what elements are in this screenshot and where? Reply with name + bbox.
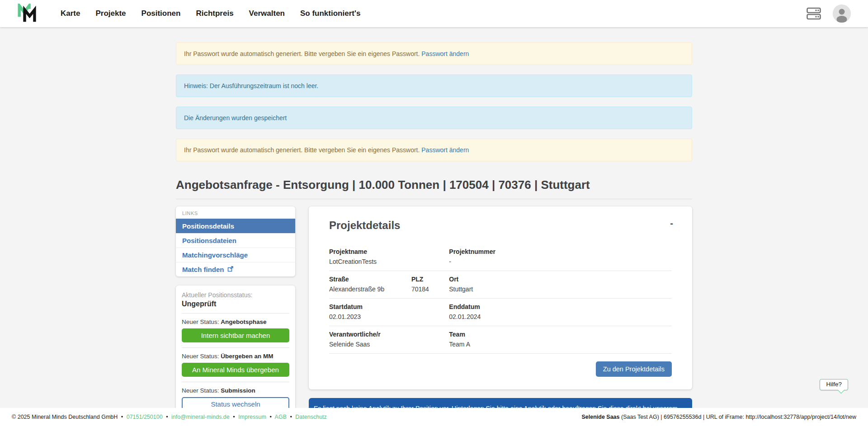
footer-link-datenschutz[interactable]: Datenschutz <box>295 414 326 420</box>
field-startdatum: Startdatum 02.01.2023 <box>329 303 449 320</box>
nav-item-richtpreis[interactable]: Richtpreis <box>196 9 233 18</box>
separator: • <box>269 414 271 420</box>
links-panel: LINKS Positionsdetails Positionsdateien … <box>176 206 295 276</box>
status-panel: Aktueller Positionsstatus: Ungeprüft Neu… <box>176 286 295 418</box>
sidebar-item-matchingvorschlaege[interactable]: Matchingvorschläge <box>176 248 295 262</box>
row-adresse: Straße Alexanderstraße 9b PLZ 70184 Ort … <box>329 271 672 299</box>
main-nav: Karte Projekte Positionen Richtpreis Ver… <box>61 9 360 18</box>
alert-password-2: Ihr Passwort wurde automatisch generiert… <box>176 139 692 161</box>
footer-link-email[interactable]: info@mineral-minds.de <box>171 414 230 420</box>
field-value: LotCreationTests <box>329 258 449 265</box>
sidebar-item-match-finden[interactable]: Match finden <box>176 262 295 276</box>
field-enddatum: Enddatum 02.01.2024 <box>449 303 672 320</box>
divider <box>182 382 289 382</box>
field-value: Stuttgart <box>449 286 672 293</box>
row-projektname: Projektname LotCreationTests Projektnumm… <box>329 243 672 271</box>
new-status-value: Submission <box>221 387 255 394</box>
separator: • <box>121 414 123 420</box>
passwort-aendern-link[interactable]: Passwort ändern <box>421 50 469 57</box>
sidebar-item-positionsdetails[interactable]: Positionsdetails <box>176 219 295 233</box>
alert-password-1: Ihr Passwort wurde automatisch generiert… <box>176 42 692 65</box>
footer-link-agb[interactable]: AGB <box>275 414 287 420</box>
field-value: Team A <box>449 341 672 348</box>
project-panel-actions: Zu den Projektdetails <box>329 354 672 381</box>
new-status-submission: Neuer Status: Submission <box>182 387 289 394</box>
links-panel-header: LINKS <box>176 206 295 219</box>
match-finden-label: Match finden <box>182 266 224 273</box>
passwort-aendern-link[interactable]: Passwort ändern <box>421 146 469 154</box>
new-status-label: Neuer Status: <box>182 318 219 325</box>
project-detail-rows: Projektname LotCreationTests Projektnumm… <box>329 243 672 354</box>
field-label: Verantwortliche/r <box>329 331 449 338</box>
left-sidebar: LINKS Positionsdetails Positionsdateien … <box>176 206 295 418</box>
project-details-panel: Projektdetails - Projektname LotCreation… <box>309 206 692 389</box>
separator: • <box>290 414 292 420</box>
field-label: Startdatum <box>329 303 449 310</box>
field-label: Ort <box>449 276 672 283</box>
field-label: PLZ <box>411 276 449 283</box>
user-avatar-icon[interactable] <box>833 5 851 23</box>
sidebar-item-positionsdateien[interactable]: Positionsdateien <box>176 233 295 248</box>
help-bubble-button[interactable]: Hilfe? <box>820 379 848 390</box>
divider <box>182 313 289 314</box>
new-status-angebotsphase: Neuer Status: Angebotsphase <box>182 318 289 325</box>
field-verantwortlicher: Verantwortliche/r Selenide Saas <box>329 331 449 348</box>
field-value: Alexanderstraße 9b <box>329 286 411 293</box>
row-datum: Startdatum 02.01.2023 Enddatum 02.01.202… <box>329 299 672 326</box>
nav-item-positionen[interactable]: Positionen <box>142 9 181 18</box>
main-content: Ihr Passwort wurde automatisch generiert… <box>176 27 692 426</box>
new-status-value: Übergeben an MM <box>221 353 273 360</box>
field-team: Team Team A <box>449 331 672 348</box>
alert-hinweis: Hinweis: Der Ausführungszeitraum ist noc… <box>176 75 692 97</box>
copyright-text: © 2025 Mineral Minds Deutschland GmbH <box>12 414 118 420</box>
separator: • <box>233 414 235 420</box>
field-ort: Ort Stuttgart <box>449 276 672 293</box>
footer-left: © 2025 Mineral Minds Deutschland GmbH • … <box>12 414 327 420</box>
footer-user-detail: (Saas Test AG) | 69576255536d | URL of i… <box>620 414 856 420</box>
current-status-label: Aktueller Positionsstatus: <box>182 291 289 299</box>
footer-user-name: Selenide Saas <box>581 414 619 420</box>
content-row: LINKS Positionsdetails Positionsdateien … <box>176 206 692 426</box>
collapse-panel-button[interactable]: - <box>670 220 673 226</box>
field-label: Team <box>449 331 672 338</box>
project-details-title: Projektdetails <box>329 219 672 232</box>
field-value: Selenide Saas <box>329 341 449 348</box>
navbar-right <box>807 5 851 23</box>
zu-den-projektdetails-button[interactable]: Zu den Projektdetails <box>596 361 672 377</box>
footer-link-impressum[interactable]: Impressum <box>238 414 266 420</box>
an-mineral-minds-uebergeben-button[interactable]: An Mineral Minds übergeben <box>182 363 289 377</box>
alert-gespeichert: Die Änderungen wurden gespeichert <box>176 107 692 129</box>
current-status-value: Ungeprüft <box>182 300 289 308</box>
nav-item-karte[interactable]: Karte <box>61 9 80 18</box>
field-label: Projektname <box>329 248 449 255</box>
nav-item-verwalten[interactable]: Verwalten <box>249 9 285 18</box>
page-title: Angebotsanfrage - Entsorgung | 10.000 To… <box>176 178 692 199</box>
row-verantwortung: Verantwortliche/r Selenide Saas Team Tea… <box>329 326 672 354</box>
separator: • <box>166 414 168 420</box>
new-status-label: Neuer Status: <box>182 353 219 360</box>
new-status-label: Neuer Status: <box>182 387 219 394</box>
field-projektname: Projektname LotCreationTests <box>329 248 449 265</box>
nav-item-so-funktionierts[interactable]: So funktioniert's <box>300 9 360 18</box>
new-status-value: Angebotsphase <box>221 318 266 325</box>
field-strasse: Straße Alexanderstraße 9b <box>329 276 411 293</box>
external-link-icon <box>227 266 233 273</box>
divider <box>182 347 289 348</box>
footer: © 2025 Mineral Minds Deutschland GmbH • … <box>0 408 868 426</box>
field-plz: PLZ 70184 <box>411 276 449 293</box>
top-navbar: Karte Projekte Positionen Richtpreis Ver… <box>0 0 868 27</box>
field-value: 02.01.2024 <box>449 313 672 320</box>
server-icon[interactable] <box>807 7 821 20</box>
intern-sichtbar-machen-button[interactable]: Intern sichtbar machen <box>182 328 289 342</box>
mineral-minds-logo[interactable] <box>17 4 37 24</box>
field-label: Enddatum <box>449 303 672 310</box>
alert-text: Hinweis: Der Ausführungszeitraum ist noc… <box>184 82 318 89</box>
field-value: - <box>449 258 672 265</box>
brand-logo-icon <box>17 4 37 24</box>
footer-link-phone[interactable]: 07151/250100 <box>127 414 163 420</box>
field-value: 70184 <box>411 286 449 293</box>
field-projektnummer: Projektnummer - <box>449 248 672 265</box>
new-status-uebergeben: Neuer Status: Übergeben an MM <box>182 353 289 360</box>
field-value: 02.01.2023 <box>329 313 449 320</box>
nav-item-projekte[interactable]: Projekte <box>95 9 126 18</box>
